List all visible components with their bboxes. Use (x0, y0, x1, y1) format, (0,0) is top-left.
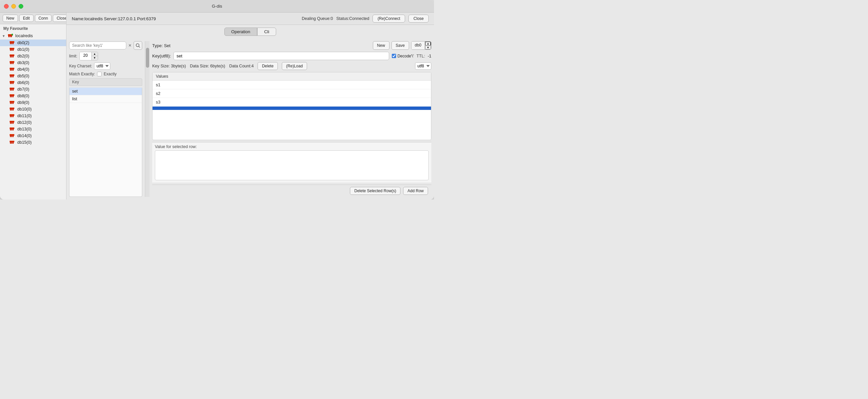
add-row-button[interactable]: Add Row (403, 187, 428, 195)
svg-rect-74 (11, 129, 12, 130)
value-row[interactable] (153, 106, 431, 110)
svg-rect-13 (10, 49, 11, 51)
svg-rect-75 (12, 129, 13, 130)
value-row[interactable]: s3 (153, 98, 431, 106)
conn-button[interactable]: Conn (35, 14, 52, 22)
db-label: db6(0) (17, 80, 29, 85)
value-row[interactable]: s2 (153, 89, 431, 98)
new-key-button[interactable]: New (373, 41, 390, 50)
key-input[interactable] (174, 52, 389, 60)
maximize-button[interactable] (19, 4, 23, 9)
minimize-button[interactable] (11, 4, 16, 9)
sidebar-item-localredis[interactable]: ▼ localredis (0, 32, 66, 39)
search-clear-icon[interactable]: ✕ (128, 43, 132, 48)
tab-operation[interactable]: Operation (224, 28, 257, 36)
sidebar-item-db8(0)[interactable]: db8(0) (0, 93, 66, 99)
db-value: db0 (411, 41, 425, 49)
new-button[interactable]: New (3, 14, 18, 22)
svg-rect-27 (10, 68, 14, 69)
svg-rect-7 (10, 41, 14, 42)
db-label: db14(0) (17, 133, 32, 138)
db-label: db12(0) (17, 120, 32, 125)
search-icon (135, 43, 140, 48)
database-icon (9, 60, 14, 65)
svg-rect-67 (10, 121, 14, 122)
type-label: Type: Set (152, 43, 170, 48)
db-label: db1(0) (17, 47, 29, 52)
sidebar-item-db10(0)[interactable]: db10(0) (0, 106, 66, 112)
values-table: Values s1s2s3 (152, 72, 431, 140)
decode-label: Decode'\' (398, 54, 414, 59)
sidebar-item-db11(0)[interactable]: db11(0) (0, 112, 66, 119)
database-icon (9, 74, 14, 78)
value-textarea[interactable] (155, 151, 429, 180)
sidebar-item-db3(0)[interactable]: db3(0) (0, 59, 66, 66)
limit-decrement-button[interactable]: ▼ (92, 56, 98, 60)
svg-rect-19 (11, 56, 12, 58)
sidebar-item-db12(0)[interactable]: db12(0) (0, 119, 66, 126)
close-conn-button[interactable]: Close (53, 14, 66, 22)
key-charset-select[interactable]: utf8 (94, 62, 110, 70)
db-decrement-button[interactable]: ▼ (425, 45, 431, 49)
close-button[interactable] (4, 4, 9, 9)
save-button[interactable]: Save (392, 41, 409, 50)
sidebar: New Edit Conn Close Rem My Favourite ▼ (0, 12, 66, 199)
key-panel-scrollbar[interactable] (145, 41, 150, 197)
sidebar-item-db0(2)[interactable]: db0(2) (0, 39, 66, 46)
delete-selected-rows-button[interactable]: Delete Selected Row(s) (350, 187, 400, 195)
close-connection-button[interactable]: Close (408, 14, 429, 23)
sidebar-item-db1(0)[interactable]: db1(0) (0, 46, 66, 53)
svg-rect-3 (10, 35, 11, 37)
limit-stepper-buttons: ▲ ▼ (92, 52, 98, 60)
traffic-lights (4, 4, 23, 9)
sidebar-item-db5(0)[interactable]: db5(0) (0, 73, 66, 79)
sidebar-item-db13(0)[interactable]: db13(0) (0, 126, 66, 132)
db-label: db4(0) (17, 67, 29, 72)
svg-rect-53 (10, 102, 11, 104)
redis-icon (7, 33, 13, 38)
right-panel: Name:localredis Server:127.0.0.1 Port:63… (66, 12, 434, 199)
db-increment-button[interactable]: ▲ (425, 41, 431, 45)
sidebar-item-db2(0)[interactable]: db2(0) (0, 53, 66, 59)
svg-rect-28 (10, 69, 11, 71)
key-row: Key(utf8): Decode'\' TTL: -1 (152, 52, 431, 60)
sidebar-item-db4(0)[interactable]: db4(0) (0, 66, 66, 73)
sidebar-connection-name: localredis (15, 34, 33, 38)
edit-button[interactable]: Edit (19, 14, 34, 22)
svg-rect-84 (11, 142, 12, 144)
search-input[interactable] (69, 41, 126, 49)
sidebar-item-db9(0)[interactable]: db9(0) (0, 99, 66, 106)
database-icon (9, 120, 14, 125)
svg-rect-24 (11, 62, 12, 64)
reconnect-button[interactable]: (Re)Connect (373, 14, 405, 23)
key-charset-row: Key Charset: utf8 (69, 62, 142, 70)
svg-rect-68 (10, 122, 11, 124)
svg-rect-10 (12, 42, 13, 44)
operation-tabs: Operation Cli (66, 25, 434, 38)
decode-checkbox[interactable] (392, 54, 396, 58)
sidebar-item-db7(0)[interactable]: db7(0) (0, 86, 66, 93)
svg-rect-30 (12, 69, 13, 71)
svg-rect-38 (10, 82, 11, 84)
value-row[interactable]: s1 (153, 81, 431, 89)
key-list-item[interactable]: set (69, 88, 142, 95)
chevron-down-icon: ▼ (2, 34, 6, 38)
values-body: s1s2s3 (153, 81, 431, 140)
exactly-label: Exactly (104, 72, 117, 76)
db-label: db3(0) (17, 60, 29, 65)
bottom-bar: Delete Selected Row(s) Add Row (152, 185, 431, 197)
values-header: Values (153, 72, 431, 81)
svg-rect-20 (12, 56, 13, 58)
delete-button[interactable]: Delete (257, 62, 278, 70)
match-exactly-checkbox[interactable] (97, 72, 102, 76)
reload-button[interactable]: (Re)Load (282, 62, 307, 70)
limit-increment-button[interactable]: ▲ (92, 52, 98, 56)
sidebar-item-db6(0)[interactable]: db6(0) (0, 79, 66, 86)
sidebar-item-db14(0)[interactable]: db14(0) (0, 132, 66, 139)
search-button[interactable] (133, 41, 142, 50)
tab-cli[interactable]: Cli (257, 28, 276, 36)
key-list-item[interactable]: list (69, 95, 142, 103)
encoding-select[interactable]: utf8 (415, 62, 431, 70)
svg-rect-55 (12, 102, 13, 104)
sidebar-item-db15(0)[interactable]: db15(0) (0, 139, 66, 146)
